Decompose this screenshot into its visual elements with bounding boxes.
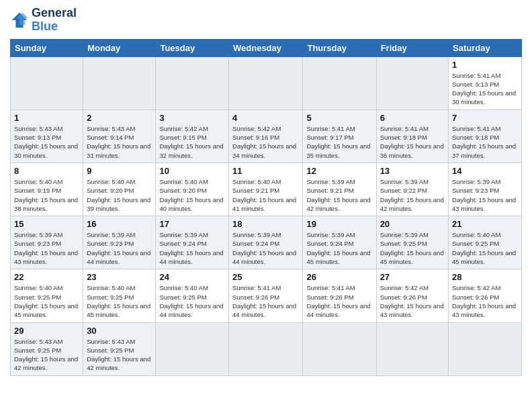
day-number: 14 <box>452 166 518 176</box>
day-info: Sunrise: 5:39 AMSunset: 9:24 PMDaylight:… <box>232 230 299 266</box>
day-number: 16 <box>87 219 152 229</box>
calendar-cell: 16Sunrise: 5:39 AMSunset: 9:23 PMDayligh… <box>83 216 156 269</box>
day-number: 2 <box>87 113 152 123</box>
calendar-cell: 12Sunrise: 5:39 AMSunset: 9:21 PMDayligh… <box>303 163 376 216</box>
day-number: 15 <box>14 219 79 229</box>
day-info: Sunrise: 5:40 AMSunset: 9:19 PMDaylight:… <box>14 177 79 213</box>
day-number: 28 <box>452 272 518 282</box>
calendar-cell: 6Sunrise: 5:41 AMSunset: 9:18 PMDaylight… <box>376 109 448 163</box>
calendar-cell <box>229 322 303 375</box>
calendar-cell: 30Sunrise: 5:43 AMSunset: 9:25 PMDayligh… <box>83 322 156 375</box>
calendar-cell <box>376 56 448 109</box>
day-number: 13 <box>380 166 445 176</box>
page: General Blue Sunday Monday Tuesday Wedne… <box>0 0 532 411</box>
day-info: Sunrise: 5:42 AMSunset: 9:26 PMDaylight:… <box>452 283 518 319</box>
calendar-cell: 29Sunrise: 5:43 AMSunset: 9:25 PMDayligh… <box>11 322 83 375</box>
calendar-cell: 3Sunrise: 5:42 AMSunset: 9:15 PMDaylight… <box>156 109 229 163</box>
calendar-week-row: 29Sunrise: 5:43 AMSunset: 9:25 PMDayligh… <box>11 322 522 375</box>
day-info: Sunrise: 5:40 AMSunset: 9:25 PMDaylight:… <box>87 283 152 319</box>
day-info: Sunrise: 5:43 AMSunset: 9:14 PMDaylight:… <box>87 124 152 160</box>
day-number: 23 <box>87 272 152 282</box>
calendar-week-row: 1Sunrise: 5:41 AMSunset: 9:13 PMDaylight… <box>11 56 522 109</box>
header: General Blue <box>10 7 522 34</box>
calendar-cell: 19Sunrise: 5:39 AMSunset: 9:24 PMDayligh… <box>303 216 376 269</box>
day-number: 26 <box>306 272 372 282</box>
day-number: 17 <box>159 219 225 229</box>
calendar-cell: 11Sunrise: 5:40 AMSunset: 9:21 PMDayligh… <box>229 163 303 216</box>
calendar-cell: 1Sunrise: 5:43 AMSunset: 9:13 PMDaylight… <box>11 109 83 163</box>
day-number: 25 <box>232 272 299 282</box>
day-info: Sunrise: 5:42 AMSunset: 9:15 PMDaylight:… <box>159 124 225 160</box>
logo-icon <box>10 11 29 30</box>
day-info: Sunrise: 5:41 AMSunset: 9:18 PMDaylight:… <box>452 124 518 160</box>
calendar-cell: 17Sunrise: 5:39 AMSunset: 9:24 PMDayligh… <box>156 216 229 269</box>
day-number: 22 <box>14 272 79 282</box>
calendar-cell: 20Sunrise: 5:39 AMSunset: 9:25 PMDayligh… <box>376 216 448 269</box>
day-number: 1 <box>14 113 79 123</box>
day-info: Sunrise: 5:41 AMSunset: 9:26 PMDaylight:… <box>306 283 372 319</box>
col-thursday: Thursday <box>303 39 376 56</box>
logo-text: General Blue <box>32 7 77 34</box>
day-number: 20 <box>380 219 445 229</box>
day-info: Sunrise: 5:41 AMSunset: 9:13 PMDaylight:… <box>452 71 518 107</box>
day-number: 8 <box>14 166 79 176</box>
day-info: Sunrise: 5:40 AMSunset: 9:20 PMDaylight:… <box>159 177 225 213</box>
day-info: Sunrise: 5:40 AMSunset: 9:25 PMDaylight:… <box>14 283 79 319</box>
calendar-cell: 10Sunrise: 5:40 AMSunset: 9:20 PMDayligh… <box>156 163 229 216</box>
day-info: Sunrise: 5:42 AMSunset: 9:26 PMDaylight:… <box>380 283 445 319</box>
calendar-cell <box>449 322 522 375</box>
calendar-cell <box>83 56 156 109</box>
calendar-cell: 28Sunrise: 5:42 AMSunset: 9:26 PMDayligh… <box>449 269 522 322</box>
day-info: Sunrise: 5:39 AMSunset: 9:24 PMDaylight:… <box>306 230 372 266</box>
day-info: Sunrise: 5:43 AMSunset: 9:25 PMDaylight:… <box>87 337 152 373</box>
day-number: 4 <box>232 113 299 123</box>
col-sunday: Sunday <box>11 39 83 56</box>
calendar-week-row: 22Sunrise: 5:40 AMSunset: 9:25 PMDayligh… <box>11 269 522 322</box>
day-number: 29 <box>14 326 79 336</box>
col-saturday: Saturday <box>449 39 522 56</box>
day-number: 10 <box>159 166 225 176</box>
day-number: 5 <box>306 113 372 123</box>
calendar-cell: 18Sunrise: 5:39 AMSunset: 9:24 PMDayligh… <box>229 216 303 269</box>
calendar-cell <box>156 56 229 109</box>
day-number: 30 <box>87 326 152 336</box>
calendar-cell: 26Sunrise: 5:41 AMSunset: 9:26 PMDayligh… <box>303 269 376 322</box>
day-number: 21 <box>452 219 518 229</box>
calendar-week-row: 1Sunrise: 5:43 AMSunset: 9:13 PMDaylight… <box>11 109 522 163</box>
day-number: 6 <box>380 113 445 123</box>
day-info: Sunrise: 5:41 AMSunset: 9:18 PMDaylight:… <box>380 124 445 160</box>
day-number: 24 <box>159 272 225 282</box>
day-info: Sunrise: 5:39 AMSunset: 9:25 PMDaylight:… <box>380 230 445 266</box>
calendar-cell <box>156 322 229 375</box>
calendar-cell: 14Sunrise: 5:39 AMSunset: 9:23 PMDayligh… <box>449 163 522 216</box>
calendar-cell: 1Sunrise: 5:41 AMSunset: 9:13 PMDaylight… <box>449 56 522 109</box>
day-info: Sunrise: 5:41 AMSunset: 9:17 PMDaylight:… <box>306 124 372 160</box>
day-number: 3 <box>159 113 225 123</box>
day-info: Sunrise: 5:40 AMSunset: 9:21 PMDaylight:… <box>232 177 299 213</box>
col-wednesday: Wednesday <box>229 39 303 56</box>
calendar-table: Sunday Monday Tuesday Wednesday Thursday… <box>10 39 522 376</box>
calendar-cell: 22Sunrise: 5:40 AMSunset: 9:25 PMDayligh… <box>11 269 83 322</box>
day-info: Sunrise: 5:40 AMSunset: 9:25 PMDaylight:… <box>159 283 225 319</box>
day-number: 18 <box>232 219 299 229</box>
day-info: Sunrise: 5:39 AMSunset: 9:21 PMDaylight:… <box>306 177 372 213</box>
calendar-cell: 23Sunrise: 5:40 AMSunset: 9:25 PMDayligh… <box>83 269 156 322</box>
day-info: Sunrise: 5:40 AMSunset: 9:25 PMDaylight:… <box>452 230 518 266</box>
calendar-cell: 25Sunrise: 5:41 AMSunset: 9:26 PMDayligh… <box>229 269 303 322</box>
day-info: Sunrise: 5:40 AMSunset: 9:20 PMDaylight:… <box>87 177 152 213</box>
day-info: Sunrise: 5:39 AMSunset: 9:23 PMDaylight:… <box>452 177 518 213</box>
day-info: Sunrise: 5:43 AMSunset: 9:25 PMDaylight:… <box>14 337 79 373</box>
day-number: 9 <box>87 166 152 176</box>
day-info: Sunrise: 5:43 AMSunset: 9:13 PMDaylight:… <box>14 124 79 160</box>
day-info: Sunrise: 5:42 AMSunset: 9:16 PMDaylight:… <box>232 124 299 160</box>
calendar-cell: 5Sunrise: 5:41 AMSunset: 9:17 PMDaylight… <box>303 109 376 163</box>
calendar-cell: 8Sunrise: 5:40 AMSunset: 9:19 PMDaylight… <box>11 163 83 216</box>
col-tuesday: Tuesday <box>156 39 229 56</box>
calendar-cell: 2Sunrise: 5:43 AMSunset: 9:14 PMDaylight… <box>83 109 156 163</box>
calendar-cell: 24Sunrise: 5:40 AMSunset: 9:25 PMDayligh… <box>156 269 229 322</box>
col-friday: Friday <box>376 39 448 56</box>
day-info: Sunrise: 5:41 AMSunset: 9:26 PMDaylight:… <box>232 283 299 319</box>
col-monday: Monday <box>83 39 156 56</box>
calendar-cell: 9Sunrise: 5:40 AMSunset: 9:20 PMDaylight… <box>83 163 156 216</box>
day-info: Sunrise: 5:39 AMSunset: 9:23 PMDaylight:… <box>87 230 152 266</box>
